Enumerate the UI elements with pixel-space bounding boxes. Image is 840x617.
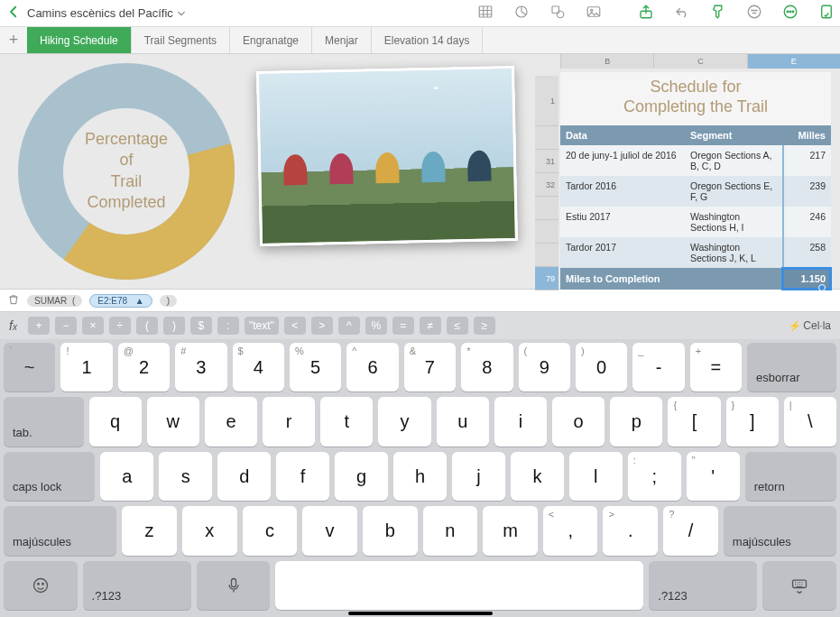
cell-miles[interactable]: 239 [782,176,831,207]
formula-ref-token[interactable]: E2:E78 ▲ [89,294,152,308]
key-z[interactable]: z [122,506,177,555]
key-v[interactable]: v [302,506,357,555]
undo-icon[interactable] [674,4,690,23]
operator-key[interactable]: ( [136,317,158,335]
cell-segment[interactable]: Oregon Sections E, F, G [685,176,782,207]
row-number[interactable] [535,197,558,220]
dictation-key[interactable] [197,561,271,610]
key-x[interactable]: x [182,506,237,555]
row-number[interactable]: 1 [535,76,558,126]
key-semi-0[interactable]: :; [628,452,681,501]
home-indicator[interactable] [348,612,493,615]
col-header-data[interactable]: Data [560,125,685,145]
row-number[interactable] [535,220,558,244]
key-g[interactable]: g [335,452,388,501]
key-tilde[interactable]: `~ [4,343,55,391]
table-row[interactable]: Tardor 2016Oregon Sections E, F, G239 [560,176,831,207]
col-header-miles[interactable]: Milles [782,125,831,145]
key-0[interactable]: )0 [576,343,627,391]
insert-table-icon[interactable] [477,4,494,23]
operator-key[interactable]: % [365,317,387,335]
delete-key[interactable]: esborrar [747,343,836,391]
operator-key[interactable]: $ [190,317,212,335]
key-2[interactable]: @2 [118,343,170,391]
key-r[interactable]: r [263,397,315,446]
more-icon[interactable] [782,4,798,23]
key-u[interactable]: u [437,397,489,446]
cell-miles[interactable]: 246 [782,207,831,237]
operator-key[interactable]: + [28,317,50,335]
mode-key-left[interactable]: .?123 [83,561,191,610]
cell-data[interactable]: Tardor 2017 [560,237,685,268]
key--[interactable]: _- [632,343,684,391]
key-j[interactable]: j [452,452,505,501]
key-punct-1[interactable]: >. [603,506,658,555]
table-row[interactable]: Tardor 2017Washington Sections J, K, L25… [560,237,831,268]
cell-data[interactable]: Tardor 2016 [560,176,685,207]
operator-key[interactable]: ^ [338,317,360,335]
key-w[interactable]: w [147,397,199,446]
key-k[interactable]: k [511,452,564,501]
key-6[interactable]: ^6 [346,343,398,391]
insert-shape-icon[interactable] [549,4,566,23]
sheet-tab[interactable]: Menjar [312,27,372,53]
insert-media-icon[interactable] [586,4,602,23]
row-number[interactable]: 31 [535,150,558,173]
document-title[interactable]: Camins escènics del Pacífic [27,6,186,20]
row-number[interactable] [535,244,558,267]
row-number[interactable] [535,126,558,150]
cell-data[interactable]: Estiu 2017 [560,207,685,237]
col-header-segment[interactable]: Segment [685,125,782,145]
operator-key[interactable]: < [284,317,306,335]
space-key[interactable] [275,561,643,610]
key-5[interactable]: %5 [290,343,341,391]
key-punct-0[interactable]: <, [543,506,598,555]
schedule-table[interactable]: Schedule for Completing the Trail Data S… [560,72,831,290]
key-9[interactable]: (9 [519,343,570,391]
key-=[interactable]: += [690,343,742,391]
sheet-tab[interactable]: Hiking Schedule [27,27,132,53]
operator-key[interactable]: = [392,317,414,335]
cell-segment[interactable]: Washington Sections J, K, L [685,237,782,268]
format-brush-icon[interactable] [710,4,726,23]
key-d[interactable]: d [217,452,271,501]
return-key[interactable]: retorn [745,452,836,501]
col-letter[interactable]: B [560,54,653,69]
key-7[interactable]: &7 [404,343,456,391]
key-bracket-2[interactable]: |\ [784,397,836,446]
cell-reference-button[interactable]: Cel·la [789,319,831,332]
key-1[interactable]: !1 [60,343,112,391]
key-b[interactable]: b [363,506,418,555]
col-letter[interactable]: E [747,54,840,69]
cell-segment[interactable]: Washington Sections H, I [685,207,782,237]
fx-icon[interactable]: fx [9,318,17,333]
operator-key[interactable]: "text" [245,317,279,335]
key-bracket-0[interactable]: {[ [668,397,720,446]
operator-key[interactable]: ≠ [420,317,441,335]
key-h[interactable]: h [393,452,447,501]
key-s[interactable]: s [159,452,212,501]
cell-miles[interactable]: 258 [782,237,831,268]
table-row[interactable]: 20 de juny-1 juliol de 2016Oregon Sectio… [560,145,831,176]
table-row[interactable]: Estiu 2017Washington Sections H, I246 [560,207,831,237]
operator-key[interactable]: ≥ [474,317,495,335]
key-q[interactable]: q [89,397,142,446]
key-i[interactable]: i [494,397,547,446]
row-number[interactable]: 79 [535,267,558,290]
key-p[interactable]: p [610,397,662,446]
cell-segment[interactable]: Oregon Sections A, B, C, D [685,145,782,176]
key-o[interactable]: o [552,397,605,446]
insert-chart-icon[interactable] [513,4,530,23]
spreadsheet-canvas[interactable]: Percentage of Trail Completed BCE 131327… [0,54,840,289]
donut-chart[interactable]: Percentage of Trail Completed [9,59,244,284]
cell-miles[interactable]: 217 [782,145,831,176]
key-f[interactable]: f [276,452,329,501]
operator-key[interactable]: × [82,317,104,335]
new-sheet-icon[interactable] [818,4,835,23]
sheet-tab[interactable]: Elevation 14 days [372,27,484,53]
key-n[interactable]: n [423,506,478,555]
formula-bar[interactable]: SUMAR ( E2:E78 ▲ ) [0,289,840,312]
shift-left-key[interactable]: majúscules [4,506,116,555]
column-letters[interactable]: BCE [560,54,840,69]
key-punct-2[interactable]: ?/ [663,506,718,555]
